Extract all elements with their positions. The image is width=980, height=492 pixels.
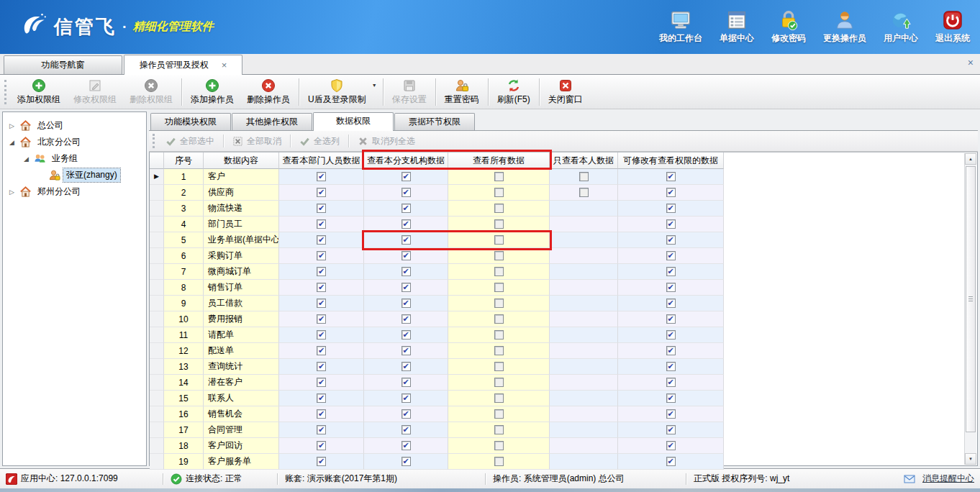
window-tab-0[interactable]: 功能导航窗 — [4, 55, 122, 74]
unchecked-checkbox-icon[interactable] — [494, 346, 504, 355]
perm-tab-0[interactable]: 功能模块权限 — [150, 113, 231, 130]
message-center-link[interactable]: 消息提醒中心 — [922, 473, 974, 485]
checkbox-cell-modify[interactable]: ✔ — [618, 169, 724, 185]
checked-checkbox-icon[interactable]: ✔ — [666, 219, 676, 229]
checkbox-cell-self[interactable] — [550, 169, 618, 185]
checkbox-cell-all[interactable] — [448, 391, 550, 406]
unchecked-checkbox-icon[interactable] — [494, 235, 504, 245]
unchecked-checkbox-icon[interactable] — [494, 314, 504, 324]
checked-checkbox-icon[interactable]: ✔ — [317, 409, 326, 419]
unchecked-checkbox-icon[interactable] — [494, 378, 504, 387]
expand-expanded-icon[interactable]: ◢ — [22, 155, 31, 163]
unchecked-checkbox-icon[interactable] — [579, 188, 589, 197]
checkbox-cell-all[interactable] — [448, 296, 550, 311]
checkbox-cell-branch[interactable]: ✔ — [364, 248, 448, 264]
checkbox-cell-all[interactable] — [448, 375, 550, 391]
checkbox-cell-dept[interactable]: ✔ — [279, 422, 364, 438]
checked-checkbox-icon[interactable]: ✔ — [666, 188, 676, 197]
checkbox-cell-branch[interactable]: ✔ — [364, 264, 448, 280]
checked-checkbox-icon[interactable]: ✔ — [317, 378, 326, 387]
perm-tab-2[interactable]: 数据权限 — [313, 112, 394, 131]
checkbox-cell-all[interactable] — [448, 185, 550, 201]
toolbar-button-add-green[interactable]: 添加操作员 — [184, 76, 240, 108]
checked-checkbox-icon[interactable]: ✔ — [666, 314, 676, 324]
unchecked-checkbox-icon[interactable] — [494, 393, 504, 403]
toolbar-grip[interactable] — [4, 80, 6, 104]
checked-checkbox-icon[interactable]: ✔ — [401, 172, 411, 181]
checked-checkbox-icon[interactable]: ✔ — [666, 235, 676, 245]
checked-checkbox-icon[interactable]: ✔ — [317, 172, 326, 181]
unchecked-checkbox-icon[interactable] — [494, 219, 504, 229]
checked-checkbox-icon[interactable]: ✔ — [317, 267, 326, 276]
checkbox-cell-modify[interactable]: ✔ — [618, 232, 724, 248]
scroll-down-icon[interactable]: ▼ — [965, 453, 976, 465]
unchecked-checkbox-icon[interactable] — [579, 172, 589, 181]
header-menu-doc-center[interactable]: 单据中心 — [720, 9, 754, 45]
selection-toolbar-grip[interactable] — [153, 134, 155, 148]
header-menu-user-center[interactable]: 用户中心 — [884, 9, 918, 45]
checked-checkbox-icon[interactable]: ✔ — [666, 378, 676, 387]
checkbox-cell-branch[interactable]: ✔ — [364, 422, 448, 438]
checked-checkbox-icon[interactable]: ✔ — [317, 346, 326, 355]
unchecked-checkbox-icon[interactable] — [494, 172, 504, 181]
checked-checkbox-icon[interactable]: ✔ — [666, 393, 676, 403]
checkbox-cell-branch[interactable]: ✔ — [364, 217, 448, 232]
checkbox-cell-dept[interactable]: ✔ — [279, 311, 364, 327]
checkbox-cell-branch[interactable]: ✔ — [364, 391, 448, 406]
checkbox-cell-all[interactable] — [448, 311, 550, 327]
toolbar-button-close-window[interactable]: 关闭窗口 — [542, 76, 589, 108]
checkbox-cell-dept[interactable]: ✔ — [279, 280, 364, 296]
checkbox-cell-dept[interactable]: ✔ — [279, 438, 364, 454]
checkbox-cell-dept[interactable]: ✔ — [279, 169, 364, 185]
checked-checkbox-icon[interactable]: ✔ — [666, 409, 676, 419]
toolbar-button-reset-password[interactable]: 重置密码 — [438, 76, 486, 108]
header-menu-change-password[interactable]: 修改密码 — [771, 9, 806, 45]
checkbox-cell-modify[interactable]: ✔ — [618, 201, 724, 217]
checked-checkbox-icon[interactable]: ✔ — [401, 457, 411, 466]
checkbox-cell-modify[interactable]: ✔ — [618, 375, 724, 391]
checkbox-cell-modify[interactable]: ✔ — [618, 264, 724, 280]
window-tab-1[interactable]: 操作员管理及授权× — [124, 55, 242, 75]
checkbox-cell-all[interactable] — [448, 422, 550, 438]
checkbox-cell-modify[interactable]: ✔ — [618, 248, 724, 264]
checked-checkbox-icon[interactable]: ✔ — [401, 425, 411, 434]
checkbox-cell-modify[interactable]: ✔ — [618, 391, 724, 406]
header-menu-workbench-monitor[interactable]: 我的工作台 — [659, 9, 702, 45]
checkbox-cell-modify[interactable]: ✔ — [618, 454, 724, 470]
checkbox-cell-branch[interactable]: ✔ — [364, 327, 448, 343]
checked-checkbox-icon[interactable]: ✔ — [666, 299, 676, 308]
dropdown-caret-icon[interactable]: ▼ — [372, 83, 377, 88]
checked-checkbox-icon[interactable]: ✔ — [401, 393, 411, 403]
checkbox-cell-dept[interactable]: ✔ — [279, 375, 364, 391]
checkbox-cell-all[interactable] — [448, 217, 550, 232]
checkbox-cell-all[interactable] — [448, 343, 550, 359]
checkbox-cell-branch[interactable]: ✔ — [364, 438, 448, 454]
checked-checkbox-icon[interactable]: ✔ — [666, 362, 676, 371]
checkbox-cell-branch[interactable]: ✔ — [364, 406, 448, 422]
checkbox-cell-branch[interactable]: ✔ — [364, 359, 448, 375]
unchecked-checkbox-icon[interactable] — [494, 251, 504, 260]
toolbar-button-shield[interactable]: U盾及登录限制▼ — [301, 76, 381, 108]
checkbox-cell-branch[interactable]: ✔ — [364, 280, 448, 296]
checkbox-cell-all[interactable] — [448, 264, 550, 280]
column-header-2[interactable]: 查看本部门人员数据 — [279, 152, 364, 169]
tab-close-icon[interactable]: × — [222, 60, 227, 70]
checked-checkbox-icon[interactable]: ✔ — [317, 235, 326, 245]
unchecked-checkbox-icon[interactable] — [494, 441, 504, 450]
toolbar-button-delete-red[interactable]: 删除操作员 — [240, 76, 296, 108]
checkbox-cell-dept[interactable]: ✔ — [279, 248, 364, 264]
checkbox-cell-self[interactable] — [550, 185, 618, 201]
unchecked-checkbox-icon[interactable] — [494, 188, 504, 197]
checkbox-cell-dept[interactable]: ✔ — [279, 391, 364, 406]
checked-checkbox-icon[interactable]: ✔ — [401, 219, 411, 229]
checked-checkbox-icon[interactable]: ✔ — [666, 346, 676, 355]
expand-collapsed-icon[interactable]: ▷ — [7, 122, 17, 129]
checkbox-cell-branch[interactable]: ✔ — [364, 232, 448, 248]
header-menu-switch-operator[interactable]: 更换操作员 — [823, 9, 866, 45]
checkbox-cell-dept[interactable]: ✔ — [279, 232, 364, 248]
checked-checkbox-icon[interactable]: ✔ — [401, 251, 411, 260]
checked-checkbox-icon[interactable]: ✔ — [666, 457, 676, 466]
checkbox-cell-dept[interactable]: ✔ — [279, 296, 364, 311]
checked-checkbox-icon[interactable]: ✔ — [401, 346, 411, 355]
unchecked-checkbox-icon[interactable] — [494, 362, 504, 371]
